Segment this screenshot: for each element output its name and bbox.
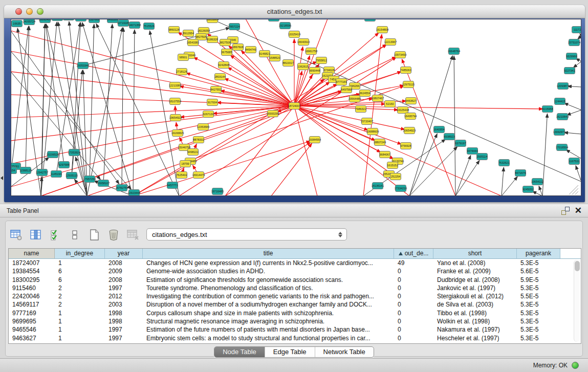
network-node[interactable]: 8186328	[207, 36, 217, 43]
column-header-name[interactable]: name	[9, 249, 55, 258]
network-edge[interactable]	[193, 57, 294, 106]
network-edge[interactable]	[294, 104, 385, 106]
network-node[interactable]: 16635	[12, 20, 23, 27]
network-node[interactable]: 13325419	[288, 31, 300, 38]
network-node[interactable]: 19716485	[211, 188, 224, 195]
network-edge[interactable]	[455, 160, 480, 195]
column-visibility-icon[interactable]	[29, 228, 42, 242]
network-edge[interactable]	[225, 142, 311, 195]
network-edge[interactable]	[564, 133, 581, 134]
network-edge[interactable]	[294, 106, 409, 195]
network-node[interactable]: 24055724	[23, 19, 35, 25]
network-node[interactable]: 2803144	[214, 74, 225, 80]
network-node[interactable]: 8454749	[245, 47, 256, 53]
network-node[interactable]: 7515526	[143, 23, 154, 30]
network-edge[interactable]	[87, 28, 122, 195]
network-node[interactable]: 19384554	[309, 137, 321, 143]
network-node[interactable]: 7485063	[400, 67, 411, 74]
network-node[interactable]: 19218596	[279, 23, 291, 29]
network-node[interactable]: 12093873	[557, 83, 569, 90]
table-scrollbar-thumb[interactable]	[575, 261, 580, 271]
network-node[interactable]: 9474444	[467, 148, 477, 155]
network-edge[interactable]	[11, 72, 100, 180]
network-edge[interactable]	[566, 150, 581, 159]
table-row[interactable]: 2242004622012Investigating the contribut…	[9, 292, 581, 300]
new-column-icon[interactable]	[88, 228, 101, 242]
network-node[interactable]: 6938923	[444, 134, 454, 140]
network-node[interactable]: 18300295	[267, 111, 279, 117]
network-node[interactable]: 11568129	[19, 167, 32, 174]
network-node[interactable]: 7625402	[176, 172, 187, 179]
network-node[interactable]: 18831	[52, 19, 63, 21]
network-node[interactable]: 9756928	[400, 143, 411, 149]
network-node[interactable]: 39154	[11, 167, 17, 174]
network-edge[interactable]	[409, 146, 458, 195]
network-node[interactable]: 18807249	[374, 139, 386, 146]
network-node[interactable]: 16495794	[404, 113, 417, 120]
network-node[interactable]: 10025438	[397, 107, 409, 114]
network-node[interactable]: 16640910	[297, 39, 310, 46]
network-node[interactable]: 18107554	[169, 98, 181, 105]
close-panel-icon[interactable]: ✕	[575, 207, 582, 215]
network-node[interactable]: 2687682	[364, 19, 375, 21]
network-node[interactable]: 9146821	[259, 51, 270, 57]
column-header-title[interactable]: title	[143, 249, 394, 258]
citation-network-graph[interactable]: 1663524055724206914061883191011065328715…	[11, 19, 581, 195]
network-node[interactable]: 10807467	[372, 95, 384, 102]
tab-edge-table[interactable]: Edge Table	[265, 347, 315, 357]
column-header-year[interactable]: year	[105, 249, 143, 258]
network-node[interactable]: 9827508	[220, 39, 230, 46]
network-node[interactable]: 16961758	[305, 48, 317, 55]
network-node[interactable]: 9463627	[405, 98, 416, 104]
network-node[interactable]: 16914479	[192, 172, 205, 179]
column-header-short[interactable]: short	[433, 249, 517, 258]
table-row[interactable]: 946362711997Embryonic stem cells: a mode…	[9, 334, 581, 342]
panel-collapse-arrow-icon[interactable]	[1, 176, 3, 180]
delete-column-trash-icon[interactable]	[107, 228, 120, 242]
network-node[interactable]: 17016504	[556, 144, 568, 151]
network-edge[interactable]	[580, 33, 581, 36]
network-node[interactable]: 10653287	[75, 19, 87, 21]
attribute-select-icon[interactable]	[49, 228, 62, 242]
network-node[interactable]: 14136141	[372, 183, 384, 189]
network-node[interactable]: 12505115	[66, 172, 78, 179]
network-node[interactable]: 7632621	[498, 160, 509, 166]
network-node[interactable]: 2867608	[232, 44, 243, 51]
table-row[interactable]: 1830029562008Estimation of significance …	[9, 276, 581, 284]
network-node[interactable]: 252254	[390, 173, 401, 180]
tab-network-table[interactable]: Network Table	[315, 347, 374, 357]
network-node[interactable]: 18724007	[288, 103, 300, 110]
network-node[interactable]: 1527602	[89, 19, 99, 23]
network-window-titlebar[interactable]: citations_edges.txt	[4, 5, 585, 18]
network-edge[interactable]	[573, 61, 581, 68]
table-row[interactable]: 1872400712008Changes of HCN gene express…	[9, 259, 581, 267]
table-settings-icon[interactable]	[10, 228, 23, 242]
network-node[interactable]: 9990448	[309, 68, 320, 74]
network-node[interactable]: 9457771	[167, 182, 178, 189]
network-node[interactable]: 14671358	[128, 22, 141, 29]
network-node[interactable]: 8427552	[210, 86, 221, 93]
network-node[interactable]: 9101	[63, 19, 74, 20]
network-node[interactable]: 9297588	[58, 162, 69, 168]
tab-node-table[interactable]: Node Table	[214, 347, 265, 357]
network-node[interactable]: 18226058	[198, 28, 210, 34]
network-node[interactable]: 17353924	[68, 149, 80, 156]
network-node[interactable]: 1244415	[554, 98, 565, 105]
network-edge[interactable]	[578, 36, 581, 39]
table-row[interactable]: 946554611997Estimation of the future num…	[9, 325, 581, 334]
network-node[interactable]: 20206526	[47, 151, 59, 158]
network-edge[interactable]	[11, 31, 119, 184]
network-node[interactable]: 9245052	[522, 186, 533, 193]
network-edge[interactable]	[455, 155, 471, 195]
network-node[interactable]: 11172	[572, 27, 581, 33]
network-node[interactable]: 3267130	[203, 111, 213, 118]
network-edge[interactable]	[122, 28, 123, 188]
network-node[interactable]: 8813054	[268, 19, 279, 21]
network-node[interactable]: 98901	[178, 54, 189, 61]
network-node[interactable]: 19166825	[171, 130, 184, 137]
network-node[interactable]: 20654923	[403, 127, 416, 134]
network-node[interactable]: 17334216	[395, 185, 407, 192]
network-edge[interactable]	[11, 31, 294, 106]
network-edge[interactable]	[90, 24, 94, 179]
table-scrollbar[interactable]	[574, 260, 580, 342]
